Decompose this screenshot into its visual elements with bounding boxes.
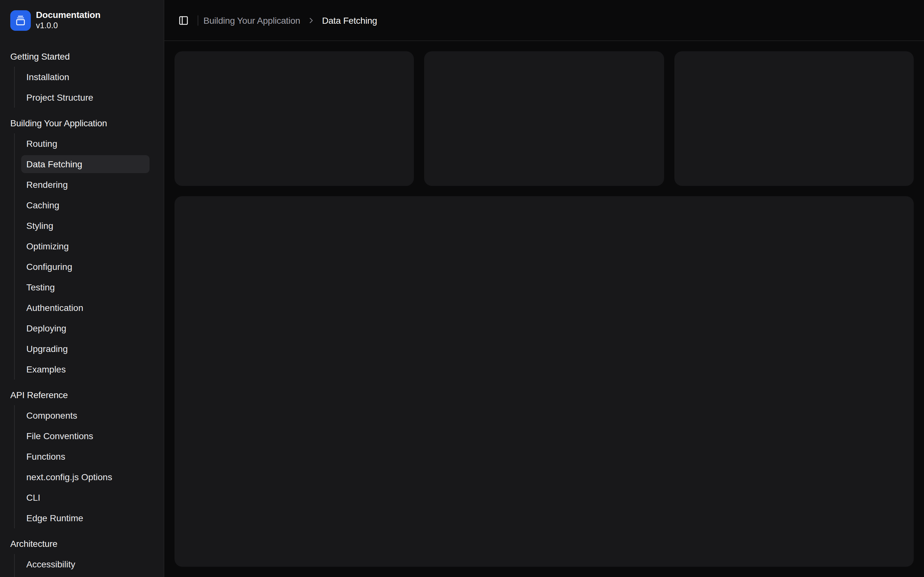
sidebar-item-rendering[interactable]: Rendering <box>21 176 150 193</box>
sidebar-item-next-config-js-options[interactable]: next.config.js Options <box>21 468 150 486</box>
sidebar-item-testing[interactable]: Testing <box>21 278 150 296</box>
section-label-building-your-application[interactable]: Building Your Application <box>5 113 158 133</box>
workspace-switcher[interactable]: Documentation v1.0.0 <box>5 5 158 36</box>
workspace-info: Documentation v1.0.0 <box>36 11 100 31</box>
nav-section-building-your-application: Building Your Application Routing Data F… <box>5 113 158 382</box>
breadcrumb-current-page: Data Fetching <box>322 15 377 25</box>
sidebar-item-caching[interactable]: Caching <box>21 196 150 214</box>
sidebar-item-configuring[interactable]: Configuring <box>21 258 150 276</box>
nav-sublist: Installation Project Structure <box>14 67 150 108</box>
content-area <box>164 41 924 577</box>
nav-section-api-reference: API Reference Components File Convention… <box>5 385 158 531</box>
panel-left-icon <box>178 15 189 25</box>
sidebar-header: Documentation v1.0.0 <box>0 0 164 41</box>
placeholder-cards-row <box>174 51 914 186</box>
sidebar-item-authentication[interactable]: Authentication <box>21 299 150 317</box>
nav-section-getting-started: Getting Started Installation Project Str… <box>5 46 158 110</box>
sidebar-item-routing[interactable]: Routing <box>21 135 150 153</box>
sidebar-item-upgrading[interactable]: Upgrading <box>21 340 150 358</box>
placeholder-card <box>674 51 914 186</box>
main-area: Building Your Application Data Fetching <box>164 0 924 577</box>
sidebar: Documentation v1.0.0 Getting Started Ins… <box>0 0 164 577</box>
sidebar-item-edge-runtime[interactable]: Edge Runtime <box>21 509 150 527</box>
app-title: Documentation <box>36 11 100 21</box>
chevron-right-icon <box>307 16 316 25</box>
sidebar-item-installation[interactable]: Installation <box>21 68 150 86</box>
nav-section-architecture: Architecture Accessibility Fast Refresh <box>5 533 158 577</box>
placeholder-card <box>174 51 414 186</box>
sidebar-item-cli[interactable]: CLI <box>21 488 150 506</box>
nav-sublist: Components File Conventions Functions ne… <box>14 405 150 528</box>
sidebar-item-project-structure[interactable]: Project Structure <box>21 89 150 106</box>
sidebar-item-functions[interactable]: Functions <box>21 448 150 466</box>
placeholder-panel <box>174 196 914 567</box>
breadcrumb: Building Your Application Data Fetching <box>204 15 377 25</box>
breadcrumb-link-parent[interactable]: Building Your Application <box>204 15 300 25</box>
section-label-api-reference[interactable]: API Reference <box>5 385 158 405</box>
placeholder-card <box>425 51 664 186</box>
section-label-getting-started[interactable]: Getting Started <box>5 46 158 67</box>
sidebar-item-deploying[interactable]: Deploying <box>21 319 150 337</box>
section-label-architecture[interactable]: Architecture <box>5 533 158 554</box>
sidebar-item-styling[interactable]: Styling <box>21 217 150 235</box>
nav-sublist: Routing Data Fetching Rendering Caching … <box>14 133 150 380</box>
sidebar-item-accessibility[interactable]: Accessibility <box>21 555 150 573</box>
sidebar-item-components[interactable]: Components <box>21 406 150 424</box>
gallery-vertical-end-icon <box>10 10 31 31</box>
sidebar-nav: Getting Started Installation Project Str… <box>0 41 164 577</box>
sidebar-item-file-conventions[interactable]: File Conventions <box>21 427 150 445</box>
sidebar-toggle-button[interactable] <box>174 11 192 29</box>
sidebar-item-optimizing[interactable]: Optimizing <box>21 237 150 255</box>
sidebar-item-data-fetching[interactable]: Data Fetching <box>21 155 150 173</box>
topbar: Building Your Application Data Fetching <box>164 0 924 41</box>
vertical-separator <box>198 15 198 25</box>
app-version: v1.0.0 <box>36 22 100 31</box>
nav-sublist: Accessibility Fast Refresh <box>14 554 150 577</box>
sidebar-item-fast-refresh[interactable]: Fast Refresh <box>21 576 150 577</box>
app-root: Documentation v1.0.0 Getting Started Ins… <box>0 0 924 577</box>
sidebar-item-examples[interactable]: Examples <box>21 360 150 378</box>
